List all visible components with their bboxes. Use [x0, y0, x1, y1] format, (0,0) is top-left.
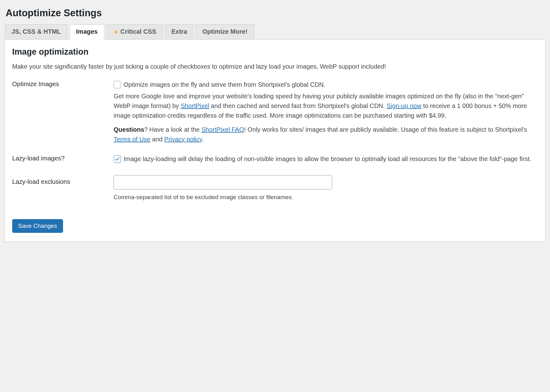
tabs: JS, CSS & HTML Images Critical CSS Extra… — [5, 24, 546, 39]
row-optimize-images: Optimize Images Optimize images on the f… — [12, 80, 538, 144]
tab-critical-css-label: Critical CSS — [120, 28, 156, 35]
check-icon — [115, 157, 120, 162]
optimize-images-checkbox[interactable] — [114, 81, 121, 88]
exclusions-label: Lazy-load exclusions — [12, 175, 114, 185]
row-lazy-load: Lazy-load images? Image lazy-loading wil… — [12, 154, 538, 165]
optimize-images-checkbox-label: Optimize images on the fly and serve the… — [124, 80, 325, 90]
page-title: Autoptimize Settings — [6, 7, 546, 19]
privacy-link[interactable]: Privacy policy — [164, 136, 202, 143]
lightning-icon — [113, 28, 119, 35]
save-button[interactable]: Save Changes — [12, 219, 63, 233]
signup-link[interactable]: Sign-up now — [387, 102, 421, 109]
exclusions-help: Comma-separated list of to be excluded i… — [114, 193, 538, 202]
shortpixel-faq-link[interactable]: ShortPixel FAQ — [201, 126, 244, 133]
terms-link[interactable]: Terms of Use — [114, 136, 150, 143]
lazy-load-label: Lazy-load images? — [12, 154, 114, 162]
optimize-images-desc-1: Get more Google love and improve your we… — [114, 91, 538, 120]
section-title: Image optimization — [12, 47, 538, 57]
tab-critical-css[interactable]: Critical CSS — [106, 24, 163, 39]
tab-js-css-html[interactable]: JS, CSS & HTML — [5, 24, 67, 39]
optimize-images-desc-2: Questions? Have a look at the ShortPixel… — [114, 125, 538, 144]
optimize-images-label: Optimize Images — [12, 80, 114, 88]
settings-panel: Image optimization Make your site signif… — [4, 39, 546, 242]
tab-optimize-more[interactable]: Optimize More! — [196, 24, 254, 39]
tab-extra[interactable]: Extra — [165, 24, 194, 39]
shortpixel-link[interactable]: ShortPixel — [181, 102, 209, 109]
section-description: Make your site significantly faster by j… — [12, 62, 387, 71]
lazy-load-checkbox[interactable] — [114, 155, 121, 163]
lazy-load-checkbox-label: Image lazy-loading will delay the loadin… — [124, 154, 531, 164]
exclusions-input[interactable] — [114, 175, 332, 189]
row-lazy-load-exclusions: Lazy-load exclusions Comma-separated lis… — [12, 175, 538, 202]
tab-images[interactable]: Images — [70, 24, 104, 40]
